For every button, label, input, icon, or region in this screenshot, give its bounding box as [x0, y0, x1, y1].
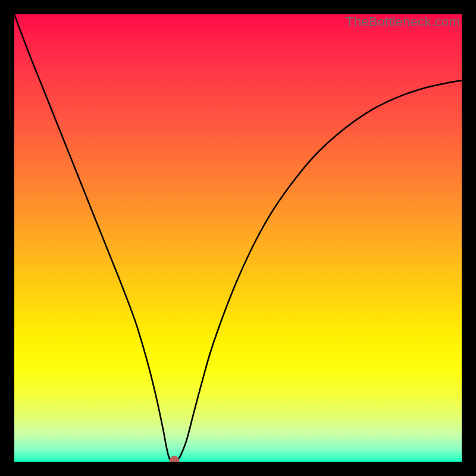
branding-watermark: TheBottleneck.com [346, 14, 460, 30]
plot-area: TheBottleneck.com [14, 14, 462, 462]
chart-frame: TheBottleneck.com [0, 0, 476, 476]
bottleneck-curve [14, 14, 462, 462]
